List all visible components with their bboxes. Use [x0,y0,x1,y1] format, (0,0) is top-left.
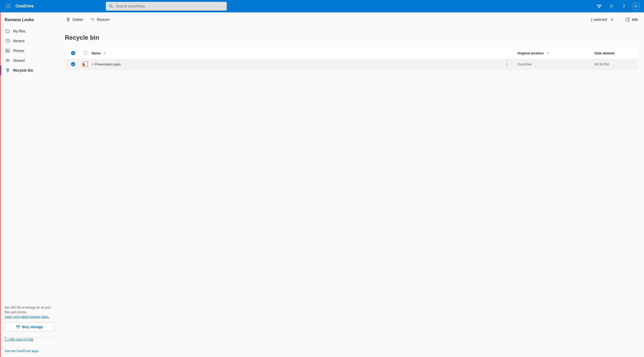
selection-status: 1 selected [591,17,615,22]
file-type-column-icon [79,51,92,55]
svg-point-15 [7,50,7,51]
sidebar-item-myfiles[interactable]: My files [1,26,58,36]
sidebar-item-photos[interactable]: Photos [1,46,58,56]
svg-point-7 [8,7,9,8]
svg-line-10 [112,7,113,8]
main-content: Delete Restore 1 selected Info [59,12,644,357]
clock-icon [5,39,10,43]
svg-point-16 [6,59,8,61]
file-icon [84,51,87,55]
page-title: Recycle bin [65,34,638,41]
svg-point-0 [6,4,7,5]
restore-button[interactable]: Restore [89,16,110,23]
sync-icon: ⟳ [92,63,94,66]
chevron-down-icon [103,52,106,55]
recycle-icon [5,68,10,73]
check-icon [72,63,74,65]
sidebar-item-label: Recycle bin [13,68,33,72]
file-table: Name Original location Date deleted [65,47,638,70]
svg-point-5 [10,6,10,7]
svg-rect-18 [626,18,629,21]
premium-button[interactable] [595,2,603,10]
selected-count-text: 1 selected [591,18,607,22]
buy-storage-label: Buy storage [22,325,43,329]
search-box[interactable] [106,2,227,11]
app-launcher-button[interactable] [3,1,13,11]
gear-icon [609,4,614,8]
svg-point-2 [10,4,10,5]
sidebar-item-recyclebin[interactable]: Recycle bin [1,65,58,75]
restore-label: Restore [97,18,109,22]
photo-icon [5,48,10,53]
table-header-row: Name Original location Date deleted [65,47,638,59]
svg-point-6 [6,7,7,8]
diamond-icon [597,4,602,8]
column-header-location[interactable]: Original location [517,51,595,55]
row-more-button[interactable] [505,62,517,66]
svg-point-12 [624,7,624,8]
chevron-down-icon [546,52,550,55]
svg-point-3 [6,6,7,7]
storage-learn-link[interactable]: Learn more about storage plans. [5,315,49,319]
settings-button[interactable] [607,2,616,10]
sidebar-item-label: Photos [13,49,24,53]
buy-storage-button[interactable]: Buy storage [5,322,54,332]
svg-point-1 [8,4,9,5]
svg-point-17 [8,60,9,61]
sidebar-item-shared[interactable]: Shared [1,56,58,65]
column-name-label: Name [92,51,101,55]
svg-point-21 [507,64,507,64]
account-avatar[interactable]: RL [632,2,640,10]
file-name-text: Presentation.pptx [95,62,121,66]
toolbar: Delete Restore 1 selected Info [65,12,638,27]
table-row[interactable]: ⟳ Presentation.pptx OneDrive 06:30 PM [65,59,638,70]
brand-label[interactable]: OneDrive [15,4,34,8]
powerpoint-icon [83,62,88,67]
column-header-date[interactable]: Date deleted [595,51,636,55]
svg-point-8 [10,7,10,8]
trash-icon [66,17,71,22]
waffle-icon [6,4,10,8]
sidebar-item-recent[interactable]: Recent [1,36,58,46]
people-icon [5,58,10,63]
info-label: Info [632,18,638,22]
info-panel-icon [625,17,630,22]
sidebar: Romana Levko My files Recent Photos Shar… [0,12,59,357]
column-date-label: Date deleted [595,51,614,55]
clear-selection-button[interactable] [609,17,615,22]
get-apps-link[interactable]: Get the OneDrive apps [5,349,54,353]
close-icon [610,18,614,21]
delete-label: Delete [73,18,83,22]
svg-point-20 [507,63,507,63]
storage-promo-text: Get 100 GB of storage for all your files… [5,305,54,314]
svg-point-22 [507,65,507,65]
file-date-cell: 06:30 PM [595,62,636,66]
search-input[interactable] [116,4,224,8]
row-checkbox[interactable] [71,62,75,66]
more-vertical-icon [505,62,509,66]
sidebar-item-label: My files [13,29,25,33]
select-all-checkbox[interactable] [71,51,75,55]
diamond-icon [16,325,20,329]
search-icon [109,4,113,8]
column-header-name[interactable]: Name [92,51,505,55]
info-button[interactable]: Info [625,17,638,22]
check-icon [72,52,74,54]
svg-point-9 [109,5,112,7]
svg-rect-14 [6,49,10,52]
app-header: OneDrive RL [0,0,644,12]
delete-button[interactable]: Delete [65,16,84,23]
svg-point-11 [611,6,612,7]
sidebar-item-label: Recent [13,39,24,43]
storage-bar [5,337,54,338]
help-button[interactable] [620,2,628,10]
column-location-label: Original location [517,51,544,55]
undo-icon [90,17,95,22]
user-name: Romana Levko [1,18,58,26]
file-name-cell[interactable]: ⟳ Presentation.pptx [92,62,505,66]
sidebar-item-label: Shared [13,58,25,63]
svg-point-4 [8,6,9,7]
storage-used-link[interactable]: 1.1 MB used of 5 GB [5,338,33,341]
folder-icon [5,29,10,33]
question-icon [622,4,626,8]
